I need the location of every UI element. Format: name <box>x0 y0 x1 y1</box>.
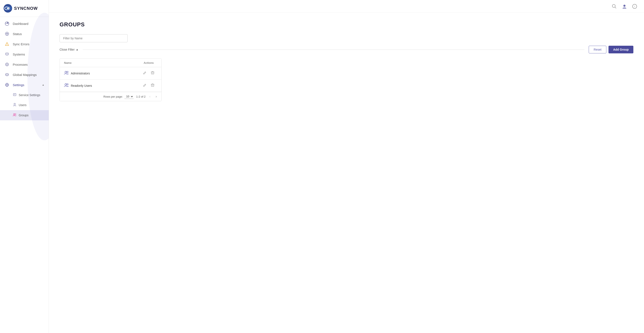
search-icon[interactable] <box>611 4 617 9</box>
sidebar-item-sync-errors-label: Sync Errors <box>13 42 29 46</box>
row-readonly-users-name: Readonly Users <box>71 84 92 88</box>
edit-administrators-button[interactable] <box>142 70 148 76</box>
settings-icon <box>4 83 10 87</box>
svg-point-25 <box>14 103 15 105</box>
filter-input[interactable] <box>60 34 128 42</box>
column-name: Name <box>64 61 140 64</box>
svg-rect-36 <box>152 72 154 74</box>
svg-point-6 <box>6 33 8 34</box>
page-title: GROUPS <box>60 21 633 28</box>
rows-per-page: Rows per page: 10 5 25 50 <box>103 94 134 99</box>
svg-point-30 <box>623 5 626 7</box>
systems-icon <box>4 52 10 56</box>
sidebar-item-dashboard-label: Dashboard <box>13 22 28 26</box>
close-filter-button[interactable]: Close Filter ▲ <box>60 48 78 51</box>
sidebar-item-dashboard[interactable]: Dashboard <box>0 18 49 29</box>
svg-point-34 <box>67 71 68 72</box>
row-administrators-actions <box>140 70 157 76</box>
main-content: i GROUPS Close Filter ▲ Reset Add Group … <box>49 0 644 333</box>
row-readonly-users-actions <box>140 82 157 89</box>
sidebar-item-global-mappings[interactable]: Global Mappings <box>0 70 49 80</box>
row-name-administrators: Administrators <box>64 70 140 76</box>
group-row-icon <box>64 70 69 76</box>
sidebar-item-settings[interactable]: Settings ▲ <box>0 80 49 90</box>
groups-icon <box>13 113 16 118</box>
page: GROUPS Close Filter ▲ Reset Add Group Na… <box>49 13 644 333</box>
svg-rect-44 <box>152 84 154 86</box>
delete-readonly-users-button[interactable] <box>150 82 155 89</box>
svg-point-28 <box>612 4 615 8</box>
sidebar-item-processes[interactable]: Processes <box>0 59 49 70</box>
chevron-up-icon: ▲ <box>42 83 44 86</box>
rows-per-page-label: Rows per page: <box>103 95 123 98</box>
chart-icon <box>4 22 10 26</box>
logo: SYNCNOW <box>0 0 49 17</box>
group-row-icon <box>64 83 69 88</box>
mappings-icon <box>4 72 10 77</box>
svg-line-29 <box>615 7 616 8</box>
svg-point-41 <box>65 84 66 85</box>
chevron-up-icon: ▲ <box>76 48 78 51</box>
table-row: Administrators <box>60 67 162 80</box>
svg-point-27 <box>15 114 16 114</box>
sidebar-item-status[interactable]: Status <box>0 29 49 39</box>
sidebar-groups-label: Groups <box>19 114 28 117</box>
svg-point-16 <box>6 64 8 65</box>
sidebar-service-settings-label: Service Settings <box>19 93 40 97</box>
filter-bar <box>60 34 633 42</box>
page-info: 1-2 of 2 <box>136 95 146 98</box>
sidebar-item-groups[interactable]: Groups <box>0 110 49 120</box>
svg-rect-22 <box>14 94 16 96</box>
info-icon[interactable]: i <box>632 4 638 9</box>
rows-per-page-select[interactable]: 10 5 25 50 <box>124 94 134 99</box>
prev-page-button[interactable]: ‹ <box>148 94 152 99</box>
svg-point-33 <box>65 71 66 73</box>
svg-point-13 <box>7 45 7 45</box>
svg-line-17 <box>6 74 7 75</box>
service-settings-icon <box>13 93 16 97</box>
actions-bar: Close Filter ▲ Reset Add Group <box>60 46 633 53</box>
close-filter-label: Close Filter <box>60 48 75 51</box>
sidebar: SYNCNOW Dashboard <box>0 0 49 333</box>
edit-readonly-users-button[interactable] <box>142 82 148 89</box>
sidebar-users-label: Users <box>19 103 26 107</box>
warning-icon <box>4 42 10 46</box>
topbar: i <box>49 0 644 13</box>
table-row: Readonly Users <box>60 80 162 92</box>
groups-table: Name Actions Administrators <box>60 58 162 101</box>
svg-point-21 <box>6 84 8 86</box>
sidebar-item-processes-label: Processes <box>13 63 28 66</box>
sidebar-item-sync-errors[interactable]: Sync Errors <box>0 39 49 49</box>
row-administrators-name: Administrators <box>71 72 90 75</box>
next-page-button[interactable]: › <box>154 94 158 99</box>
sidebar-item-users[interactable]: Users <box>0 100 49 110</box>
delete-administrators-button[interactable] <box>150 70 155 76</box>
row-name-readonly-users: Readonly Users <box>64 83 140 88</box>
sidebar-settings-label: Settings <box>13 83 24 87</box>
logo-icon <box>4 4 12 13</box>
svg-point-3 <box>7 8 9 9</box>
svg-point-26 <box>14 114 15 115</box>
sidebar-item-status-label: Status <box>13 32 22 36</box>
sidebar-nav: Dashboard Status <box>0 17 49 333</box>
processes-icon <box>4 62 10 66</box>
column-actions: Actions <box>140 61 157 64</box>
svg-point-42 <box>67 84 68 85</box>
add-group-button[interactable]: Add Group <box>608 46 633 53</box>
user-avatar-icon[interactable] <box>622 4 628 9</box>
reset-button[interactable]: Reset <box>589 46 606 53</box>
pagination: Rows per page: 10 5 25 50 1-2 of 2 ‹ › <box>60 92 162 101</box>
app-name: SYNCNOW <box>14 6 38 11</box>
status-icon <box>4 32 10 36</box>
sidebar-item-systems-label: Systems <box>13 52 25 56</box>
sidebar-item-systems[interactable]: Systems <box>0 49 49 59</box>
divider <box>83 50 585 50</box>
svg-text:i: i <box>634 5 635 8</box>
svg-point-14 <box>6 54 8 54</box>
sidebar-item-global-mappings-label: Global Mappings <box>13 73 37 76</box>
svg-line-18 <box>7 74 8 75</box>
sidebar-item-service-settings[interactable]: Service Settings <box>0 90 49 100</box>
user-icon <box>13 103 16 108</box>
table-header: Name Actions <box>60 59 162 67</box>
